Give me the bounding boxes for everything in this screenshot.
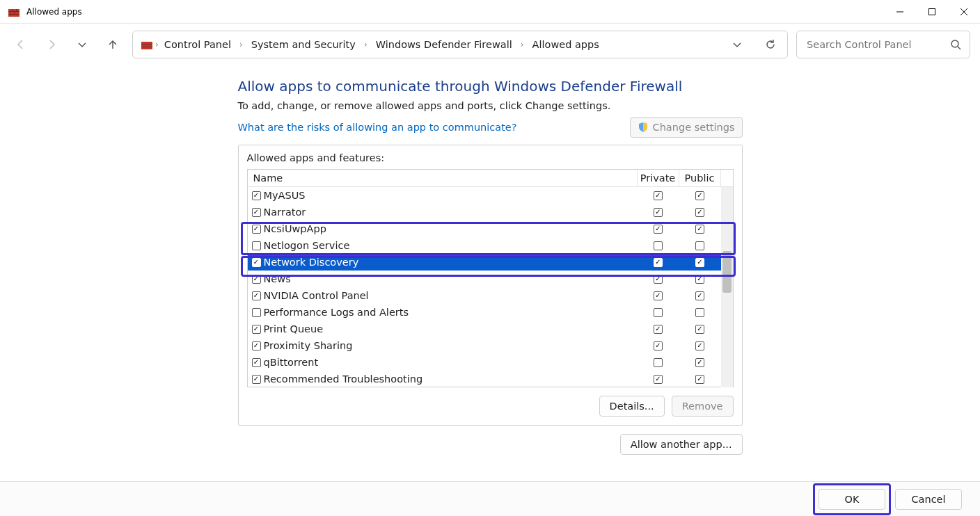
scrollbar[interactable]: [721, 187, 733, 387]
chevron-right-icon: ›: [239, 40, 243, 49]
details-button[interactable]: Details...: [599, 396, 665, 417]
breadcrumb-item[interactable]: Control Panel: [161, 36, 234, 53]
public-checkbox[interactable]: [695, 275, 704, 284]
enabled-checkbox[interactable]: [252, 341, 261, 350]
enabled-checkbox[interactable]: [252, 258, 261, 267]
risks-link[interactable]: What are the risks of allowing an app to…: [238, 122, 517, 133]
ok-button[interactable]: OK: [819, 489, 885, 510]
address-bar[interactable]: › Control Panel › System and Security › …: [132, 31, 788, 58]
svg-line-15: [958, 47, 961, 49]
change-settings-button[interactable]: Change settings: [630, 117, 743, 138]
app-name: Proximity Sharing: [264, 340, 353, 351]
table-row[interactable]: qBittorrent: [248, 354, 721, 371]
apps-table: Name Private Public MyASUSNarratorNcsiUw…: [247, 169, 734, 387]
public-checkbox[interactable]: [695, 325, 704, 334]
private-checkbox[interactable]: [654, 275, 663, 284]
table-row[interactable]: News: [248, 271, 721, 287]
public-checkbox[interactable]: [695, 241, 704, 250]
enabled-checkbox[interactable]: [252, 308, 261, 317]
scrollbar-thumb[interactable]: [722, 251, 732, 293]
private-checkbox[interactable]: [654, 241, 663, 250]
private-checkbox[interactable]: [654, 375, 663, 384]
private-checkbox[interactable]: [654, 208, 663, 217]
column-header-public[interactable]: Public: [679, 170, 721, 186]
refresh-button[interactable]: [759, 33, 782, 56]
dialog-footer: OK Cancel: [0, 481, 980, 516]
public-checkbox[interactable]: [695, 225, 704, 234]
private-checkbox[interactable]: [654, 225, 663, 234]
public-checkbox[interactable]: [695, 258, 704, 267]
table-row[interactable]: Netlogon Service: [248, 237, 721, 254]
enabled-checkbox[interactable]: [252, 225, 261, 234]
history-dropdown-button[interactable]: [726, 33, 748, 56]
private-checkbox[interactable]: [654, 191, 663, 200]
svg-rect-13: [141, 47, 152, 47]
search-box[interactable]: [796, 31, 970, 58]
maximize-button[interactable]: [916, 0, 948, 24]
app-name: qBittorrent: [264, 357, 319, 368]
private-checkbox[interactable]: [654, 325, 663, 334]
enabled-checkbox[interactable]: [252, 191, 261, 200]
enabled-checkbox[interactable]: [252, 208, 261, 217]
breadcrumb-item[interactable]: Windows Defender Firewall: [373, 36, 515, 53]
svg-rect-6: [14, 12, 15, 14]
breadcrumb-item[interactable]: System and Security: [248, 36, 358, 53]
enabled-checkbox[interactable]: [252, 375, 261, 384]
search-input[interactable]: [805, 38, 950, 51]
app-name: Network Discovery: [264, 257, 359, 268]
private-checkbox[interactable]: [654, 258, 663, 267]
enabled-checkbox[interactable]: [252, 275, 261, 284]
enabled-checkbox[interactable]: [252, 291, 261, 300]
change-settings-label: Change settings: [653, 122, 735, 133]
up-button[interactable]: [102, 33, 124, 56]
cancel-button[interactable]: Cancel: [895, 489, 962, 510]
minimize-button[interactable]: [884, 0, 916, 24]
table-row[interactable]: Recommended Troubleshooting: [248, 371, 721, 387]
private-checkbox[interactable]: [654, 308, 663, 317]
table-row[interactable]: NVIDIA Control Panel: [248, 287, 721, 304]
app-name: NcsiUwpApp: [264, 223, 326, 234]
table-row[interactable]: Print Queue: [248, 321, 721, 337]
recent-button[interactable]: [71, 33, 93, 56]
search-icon: [950, 39, 961, 50]
group-title: Allowed apps and features:: [247, 152, 734, 163]
column-header-private[interactable]: Private: [638, 170, 679, 186]
title-bar: Allowed apps: [0, 0, 980, 24]
table-row[interactable]: Narrator: [248, 204, 721, 220]
app-name: Netlogon Service: [264, 240, 350, 251]
public-checkbox[interactable]: [695, 208, 704, 217]
svg-rect-12: [141, 44, 152, 45]
allow-another-app-button[interactable]: Allow another app...: [620, 434, 743, 455]
app-name: Narrator: [264, 207, 306, 218]
private-checkbox[interactable]: [654, 341, 663, 350]
breadcrumb-item[interactable]: Allowed apps: [530, 36, 602, 53]
table-row[interactable]: Proximity Sharing: [248, 337, 721, 354]
svg-rect-3: [12, 9, 13, 11]
enabled-checkbox[interactable]: [252, 241, 261, 250]
public-checkbox[interactable]: [695, 375, 704, 384]
back-button[interactable]: [10, 33, 32, 56]
public-checkbox[interactable]: [695, 191, 704, 200]
enabled-checkbox[interactable]: [252, 358, 261, 367]
table-row[interactable]: Network Discovery: [248, 254, 721, 271]
public-checkbox[interactable]: [695, 341, 704, 350]
page-heading: Allow apps to communicate through Window…: [238, 78, 743, 95]
firewall-icon: [141, 39, 152, 50]
close-button[interactable]: [948, 0, 980, 24]
private-checkbox[interactable]: [654, 358, 663, 367]
public-checkbox[interactable]: [695, 291, 704, 300]
table-row[interactable]: NcsiUwpApp: [248, 220, 721, 237]
app-name: Recommended Troubleshooting: [264, 373, 423, 385]
forward-button[interactable]: [40, 33, 63, 56]
svg-rect-1: [8, 11, 19, 12]
private-checkbox[interactable]: [654, 291, 663, 300]
enabled-checkbox[interactable]: [252, 325, 261, 334]
table-row[interactable]: Performance Logs and Alerts: [248, 304, 721, 321]
app-name: News: [264, 273, 291, 284]
public-checkbox[interactable]: [695, 308, 704, 317]
svg-rect-11: [141, 42, 152, 49]
remove-button[interactable]: Remove: [672, 396, 734, 417]
column-header-name[interactable]: Name: [248, 170, 638, 186]
public-checkbox[interactable]: [695, 358, 704, 367]
table-row[interactable]: MyASUS: [248, 187, 721, 204]
